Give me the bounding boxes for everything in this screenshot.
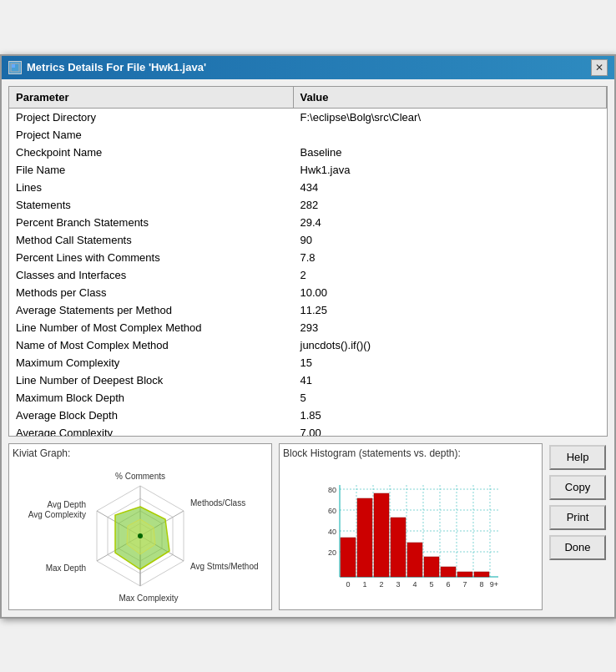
value-cell: [293, 126, 607, 144]
svg-rect-1: [12, 64, 15, 68]
param-cell: Line Number of Most Complex Method: [9, 319, 293, 336]
histogram-svg: 20 40 60 80 0 1 2 3 4 5 6 7 8: [315, 477, 507, 606]
value-cell: 7.8: [293, 249, 607, 266]
param-cell: Maximum Complexity: [9, 354, 293, 371]
value-cell: 7.00: [293, 424, 607, 436]
svg-text:0: 0: [346, 580, 350, 589]
close-button[interactable]: ✕: [591, 59, 608, 76]
svg-text:2: 2: [379, 580, 383, 589]
table-row: Project DirectoryF:\eclipse\Bolg\src\Cle…: [9, 108, 607, 126]
table-row: Average Complexity7.00: [9, 424, 607, 436]
value-cell: 41: [293, 371, 607, 389]
metrics-table: Parameter Value Project DirectoryF:\ecli…: [9, 87, 607, 436]
table-row: Average Block Depth1.85: [9, 407, 607, 424]
table-row: Statements282: [9, 196, 607, 214]
param-cell: Percent Lines with Comments: [9, 249, 293, 266]
kiviat-graph: % Comments Methods/Class Avg Stmts/Metho…: [13, 462, 268, 606]
param-cell: Maximum Block Depth: [9, 389, 293, 407]
svg-text:40: 40: [328, 528, 336, 536]
svg-rect-46: [474, 572, 489, 577]
bottom-section: Kiviat Graph:: [8, 443, 608, 610]
title-bar-left: Metrics Details For File 'Hwk1.java': [8, 61, 206, 74]
histogram-panel: Block Histogram (statements vs. depth):: [279, 443, 543, 610]
done-button[interactable]: Done: [549, 535, 606, 560]
param-cell: Percent Branch Statements: [9, 214, 293, 231]
value-cell: 2: [293, 266, 607, 284]
value-cell: F:\eclipse\Bolg\src\Clear\: [293, 108, 607, 126]
param-cell: Method Call Statements: [9, 231, 293, 249]
svg-text:Avg Complexity: Avg Complexity: [28, 510, 86, 519]
content-area: Parameter Value Project DirectoryF:\ecli…: [2, 79, 614, 617]
svg-rect-42: [407, 543, 422, 577]
kiviat-svg: % Comments Methods/Class Avg Stmts/Metho…: [19, 465, 261, 603]
svg-rect-43: [424, 557, 439, 577]
kiviat-title: Kiviat Graph:: [13, 447, 268, 459]
svg-text:% Comments: % Comments: [115, 472, 165, 481]
svg-text:4: 4: [412, 580, 417, 589]
param-cell: File Name: [9, 161, 293, 179]
table-row: Maximum Block Depth5: [9, 389, 607, 407]
param-cell: Line Number of Deepest Block: [9, 371, 293, 389]
table-scroll[interactable]: Parameter Value Project DirectoryF:\ecli…: [9, 87, 607, 436]
value-cell: Baseline: [293, 144, 607, 161]
svg-text:20: 20: [328, 548, 336, 557]
svg-text:Avg Depth: Avg Depth: [47, 500, 86, 509]
table-row: Lines434: [9, 179, 607, 196]
svg-text:6: 6: [446, 580, 450, 589]
kiviat-panel: Kiviat Graph:: [8, 443, 272, 610]
copy-button[interactable]: Copy: [549, 475, 606, 500]
button-panel: Help Copy Print Done: [549, 443, 608, 610]
svg-text:Max Complexity: Max Complexity: [119, 594, 178, 603]
value-cell: 293: [293, 319, 607, 336]
table-row: Project Name: [9, 126, 607, 144]
svg-text:8: 8: [479, 580, 483, 589]
table-row: Method Call Statements90: [9, 231, 607, 249]
svg-text:5: 5: [429, 580, 433, 589]
main-window: Metrics Details For File 'Hwk1.java' ✕ P…: [0, 54, 616, 619]
param-cell: Name of Most Complex Method: [9, 336, 293, 354]
svg-rect-40: [374, 493, 389, 577]
help-button[interactable]: Help: [549, 445, 606, 470]
value-cell: Hwk1.java: [293, 161, 607, 179]
value-cell: 434: [293, 179, 607, 196]
table-header-row: Parameter Value: [9, 87, 607, 109]
table-row: Average Statements per Method11.25: [9, 301, 607, 319]
param-cell: Classes and Interfaces: [9, 266, 293, 284]
param-cell: Average Statements per Method: [9, 301, 293, 319]
table-row: File NameHwk1.java: [9, 161, 607, 179]
title-bar: Metrics Details For File 'Hwk1.java' ✕: [2, 56, 614, 79]
histogram-graph: 20 40 60 80 0 1 2 3 4 5 6 7 8: [283, 462, 538, 606]
svg-rect-45: [457, 572, 472, 577]
metrics-table-container: Parameter Value Project DirectoryF:\ecli…: [8, 86, 608, 437]
svg-text:9+: 9+: [490, 580, 498, 589]
param-cell: Project Name: [9, 126, 293, 144]
value-cell: 5: [293, 389, 607, 407]
svg-text:3: 3: [396, 580, 400, 589]
value-cell: juncdots().if()(): [293, 336, 607, 354]
value-cell: 282: [293, 196, 607, 214]
param-cell: Checkpoint Name: [9, 144, 293, 161]
table-row: Checkpoint NameBaseline: [9, 144, 607, 161]
svg-text:7: 7: [462, 580, 467, 589]
svg-rect-41: [391, 518, 406, 577]
histogram-title: Block Histogram (statements vs. depth):: [283, 447, 538, 459]
table-row: Name of Most Complex Methodjuncdots().if…: [9, 336, 607, 354]
table-row: Maximum Complexity15: [9, 354, 607, 371]
table-row: Methods per Class10.00: [9, 284, 607, 301]
param-cell: Project Directory: [9, 108, 293, 126]
svg-rect-38: [341, 538, 356, 577]
svg-text:60: 60: [328, 507, 336, 515]
param-cell: Lines: [9, 179, 293, 196]
table-row: Classes and Interfaces2: [9, 266, 607, 284]
svg-point-15: [138, 533, 143, 538]
value-cell: 10.00: [293, 284, 607, 301]
svg-text:Avg Stmts/Method: Avg Stmts/Method: [190, 562, 259, 571]
print-button[interactable]: Print: [549, 505, 606, 530]
col-parameter: Parameter: [9, 87, 293, 109]
table-row: Percent Branch Statements29.4: [9, 214, 607, 231]
param-cell: Statements: [9, 196, 293, 214]
value-cell: 11.25: [293, 301, 607, 319]
table-row: Line Number of Deepest Block41: [9, 371, 607, 389]
svg-text:Max Depth: Max Depth: [46, 563, 86, 573]
value-cell: 15: [293, 354, 607, 371]
